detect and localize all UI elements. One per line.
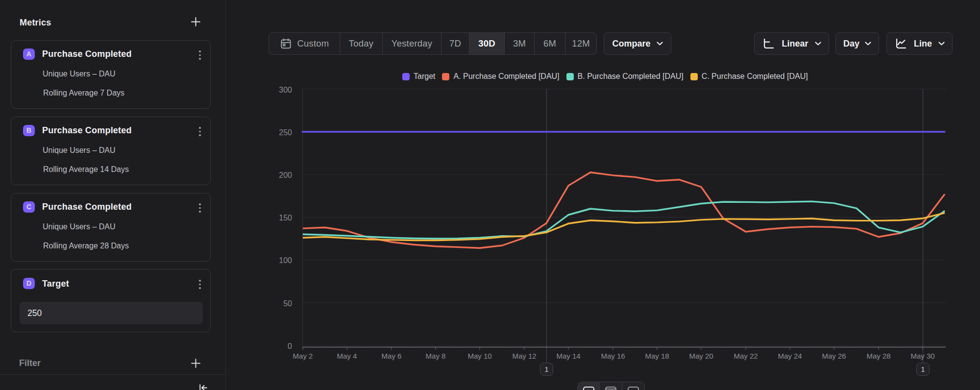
svg-text:100: 100 <box>279 256 292 265</box>
svg-text:200: 200 <box>279 171 292 179</box>
svg-text:May 28: May 28 <box>866 352 890 360</box>
svg-text:May 12: May 12 <box>512 352 536 360</box>
svg-text:May 18: May 18 <box>645 352 669 360</box>
svg-text:May 6: May 6 <box>382 352 402 360</box>
svg-text:300: 300 <box>279 86 292 94</box>
svg-text:May 14: May 14 <box>556 352 580 360</box>
svg-text:150: 150 <box>279 214 292 222</box>
svg-text:May 20: May 20 <box>689 352 713 360</box>
svg-text:May 30: May 30 <box>910 352 934 360</box>
svg-text:May 16: May 16 <box>601 352 625 360</box>
svg-text:May 8: May 8 <box>426 352 446 360</box>
svg-text:May 10: May 10 <box>467 352 491 360</box>
svg-text:May 22: May 22 <box>734 352 758 360</box>
svg-text:May 26: May 26 <box>822 352 846 360</box>
svg-text:May 4: May 4 <box>337 352 357 360</box>
svg-text:May 24: May 24 <box>778 352 802 360</box>
svg-text:May 2: May 2 <box>293 352 313 360</box>
svg-text:250: 250 <box>279 128 292 137</box>
svg-text:50: 50 <box>283 299 292 308</box>
svg-text:0: 0 <box>288 342 292 350</box>
